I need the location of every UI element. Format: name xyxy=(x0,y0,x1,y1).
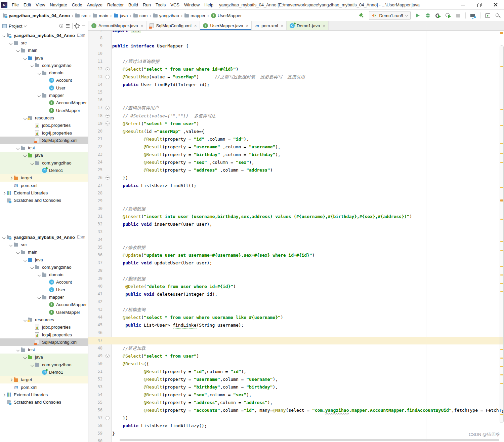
expanded-chevron-icon[interactable] xyxy=(8,242,14,247)
tree-row-domain[interactable]: domain xyxy=(0,271,88,278)
close-tab-icon[interactable]: × xyxy=(281,23,283,28)
locate-file-icon[interactable] xyxy=(59,24,64,28)
code-line-34[interactable]: 34 xyxy=(88,236,504,244)
code-line-12[interactable]: 12 @Select("select * from user where id=… xyxy=(88,65,504,73)
tab-demo1.java[interactable]: CDemo1.java× xyxy=(287,21,329,30)
tree-row-account[interactable]: CAccount xyxy=(0,279,88,286)
fold-marker[interactable] xyxy=(104,114,111,118)
build-hammer-icon[interactable] xyxy=(359,13,365,18)
menu-item-file[interactable]: File xyxy=(9,2,21,7)
fold-marker[interactable] xyxy=(104,176,111,180)
code-line-43[interactable]: 43 //模糊查询 xyxy=(88,306,504,314)
minimize-icon[interactable] xyxy=(461,2,466,7)
expanded-chevron-icon[interactable] xyxy=(36,295,42,300)
stripe-mark[interactable] xyxy=(500,358,503,359)
stripe-mark[interactable] xyxy=(500,162,503,163)
tab-pom.xml[interactable]: mpom.xml× xyxy=(252,21,287,30)
fold-collapse-icon[interactable] xyxy=(106,75,110,79)
code-line-49[interactable]: 49 @Select("select * from user") xyxy=(88,352,504,360)
code-line-40[interactable]: 40 @Delete("delete from user where id=#{… xyxy=(88,283,504,290)
code-line-47[interactable]: 47 xyxy=(88,337,504,344)
tree-row-domain[interactable]: domain xyxy=(0,69,88,76)
close-tab-icon[interactable]: × xyxy=(194,23,197,28)
tree-row-log4j.properties[interactable]: log4j.properties xyxy=(0,129,88,137)
stripe-mark[interactable] xyxy=(500,241,503,242)
menu-item-run[interactable]: Run xyxy=(140,2,153,7)
menu-item-window[interactable]: Window xyxy=(182,2,202,7)
tree-row-com.yangzihao[interactable]: com.yangzihao xyxy=(0,361,88,368)
tree-row-log4j.properties[interactable]: log4j.properties xyxy=(0,331,88,338)
tree-row-test[interactable]: test xyxy=(0,346,88,353)
tree-row-usermapper[interactable]: IUserMapper xyxy=(0,308,88,316)
expanded-chevron-icon[interactable] xyxy=(36,93,42,98)
expanded-chevron-icon[interactable] xyxy=(29,265,35,270)
stripe-mark[interactable] xyxy=(500,266,503,267)
fold-marker[interactable] xyxy=(104,354,111,358)
code-line-38[interactable]: 38 xyxy=(88,267,504,274)
tree-row-scratches and consoles[interactable]: Scratches and Consoles xyxy=(0,399,88,406)
breadcrumb-item-java[interactable]: java xyxy=(114,13,128,18)
tree-row-scratches and consoles[interactable]: Scratches and Consoles xyxy=(0,197,88,204)
fold-marker[interactable] xyxy=(104,106,111,110)
tab-accountmapper.java[interactable]: IAccountMapper.java× xyxy=(88,21,146,30)
tree-row-main[interactable]: main xyxy=(0,249,88,256)
tree-row-test[interactable]: test xyxy=(0,144,88,151)
tree-row-resources[interactable]: resources xyxy=(0,316,88,323)
tree-row-resources[interactable]: resources xyxy=(0,114,88,121)
close-tab-icon[interactable]: × xyxy=(246,23,249,28)
search-everywhere-icon[interactable] xyxy=(495,13,501,18)
project-structure-icon[interactable] xyxy=(470,13,476,18)
code-line-57[interactable]: 57 }) xyxy=(88,414,504,422)
menu-item-refactor[interactable]: Refactor xyxy=(105,2,126,7)
code-line-52[interactable]: 52 @Result(property = "username",column … xyxy=(88,375,504,383)
expanded-chevron-icon[interactable] xyxy=(15,48,21,53)
stripe-mark[interactable] xyxy=(500,383,503,384)
tree-row-external libraries[interactable]: External Libraries xyxy=(0,391,88,398)
code-line-51[interactable]: 51 @Result(property = "id",column = "id"… xyxy=(88,368,504,375)
code-line-37[interactable]: 37 public void updateUser(User user); xyxy=(88,259,504,267)
stripe-mark[interactable] xyxy=(500,109,503,110)
tree-row-sqlmapconfig.xml[interactable]: SqlMapConfig.xml xyxy=(0,137,88,144)
expanded-chevron-icon[interactable] xyxy=(22,257,28,262)
expanded-chevron-icon[interactable] xyxy=(15,145,21,150)
menu-item-code[interactable]: Code xyxy=(70,2,85,7)
collapsed-chevron-icon[interactable] xyxy=(1,392,7,397)
expanded-chevron-icon[interactable] xyxy=(29,160,35,165)
expanded-chevron-icon[interactable] xyxy=(8,40,14,45)
code-line-32[interactable]: 32 public void insertUser(User user); xyxy=(88,220,504,228)
expanded-chevron-icon[interactable] xyxy=(29,63,35,68)
stripe-mark[interactable] xyxy=(500,349,503,350)
tree-row-account[interactable]: CAccount xyxy=(0,77,88,84)
stripe-mark[interactable] xyxy=(500,125,503,126)
expanded-chevron-icon[interactable] xyxy=(15,250,21,255)
tree-row-accountmapper[interactable]: IAccountMapper xyxy=(0,99,88,107)
menu-item-view[interactable]: View xyxy=(33,2,47,7)
tree-row-demo1[interactable]: CDemo1 xyxy=(0,167,88,174)
code-line-50[interactable]: 50 @Results({ xyxy=(88,360,504,368)
code-line-58[interactable]: 58 public List<User> findAllLazy(); xyxy=(88,422,504,430)
code-line-20[interactable]: 20 @Results(id ="userMap" ,value={ xyxy=(88,127,504,135)
fold-marker[interactable] xyxy=(104,416,111,420)
tab-usermapper.java[interactable]: IUserMapper.java× xyxy=(200,21,252,30)
code-line-23[interactable]: 23 @Result(property = "birthday" ,column… xyxy=(88,151,504,158)
code-line-24[interactable]: 24 @Result(property = "sex" ,column = "s… xyxy=(88,158,504,166)
code-line-35[interactable]: 35 //修改数据 xyxy=(88,244,504,251)
breadcrumb-item-com[interactable]: com xyxy=(133,13,148,18)
code-line-41[interactable]: 41 public void deleteUser(Integer id); xyxy=(88,290,504,298)
breadcrumb-item-usermapper[interactable]: IUserMapper xyxy=(211,13,242,18)
run-button-icon[interactable] xyxy=(415,13,421,18)
run-anything-icon[interactable] xyxy=(485,13,491,18)
stripe-mark[interactable] xyxy=(500,250,503,251)
code-line-39[interactable]: 39 //删除数据 xyxy=(88,275,504,283)
stripe-mark[interactable] xyxy=(500,274,503,275)
debug-icon[interactable] xyxy=(425,13,431,18)
menu-item-edit[interactable]: Edit xyxy=(21,2,33,7)
fold-marker[interactable] xyxy=(104,75,111,79)
collapsed-chevron-icon[interactable] xyxy=(1,190,7,195)
code-line-29[interactable]: 29 xyxy=(88,197,504,205)
fold-collapse-icon[interactable] xyxy=(106,416,110,420)
menu-item-analyze[interactable]: Analyze xyxy=(85,2,105,7)
code-line-56[interactable]: 56 @Result(property = "accounts",column … xyxy=(88,406,504,414)
code-line-44[interactable]: 44 @Select("select * from user where use… xyxy=(88,314,504,321)
tree-row-jdbc.properties[interactable]: jdbc.properties xyxy=(0,324,88,331)
